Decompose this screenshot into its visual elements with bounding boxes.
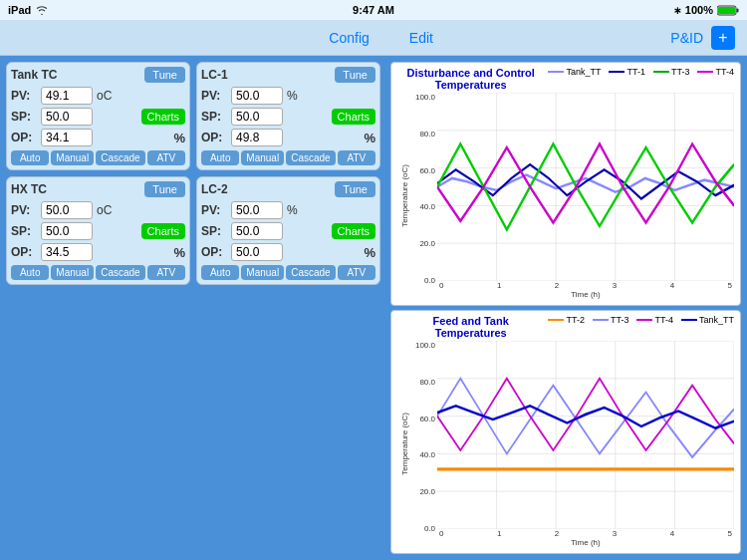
chart1-x-4: 4 [670, 281, 674, 290]
lc2-charts-button[interactable]: Charts [332, 223, 375, 239]
chart2-legend-tt2: TT-2 [566, 315, 585, 325]
top-panels-row: Tank TC Tune PV: 49.1 oC SP: 50.0 Charts… [6, 62, 384, 170]
hx-tc-pv-value: 50.0 [41, 201, 93, 219]
lc1-pv-unit: % [287, 89, 298, 103]
lc2-op-unit: % [364, 245, 375, 260]
tank-tc-atv-button[interactable]: ATV [147, 150, 185, 165]
hx-tc-auto-button[interactable]: Auto [11, 265, 49, 280]
lc2-title: LC-2 [201, 182, 228, 196]
hx-tc-title: HX TC [11, 182, 47, 196]
tank-tc-charts-button[interactable]: Charts [141, 109, 185, 125]
config-link[interactable]: Config [321, 26, 376, 50]
chart2-svg [437, 341, 734, 529]
lc1-pv-label: PV: [201, 89, 227, 103]
add-button[interactable]: + [711, 26, 735, 50]
charts-area: Disturbance and Control Temperatures Tan… [390, 62, 741, 554]
lc2-pv-value: 50.0 [231, 201, 283, 219]
chart1-x-5: 5 [728, 281, 732, 290]
chart1-legend-tt3: TT-3 [671, 67, 690, 77]
edit-link[interactable]: Edit [401, 26, 441, 50]
hx-tc-cascade-button[interactable]: Cascade [96, 265, 144, 280]
left-panels: Tank TC Tune PV: 49.1 oC SP: 50.0 Charts… [6, 62, 384, 554]
chart1-y-80: 80.0 [419, 130, 435, 139]
hx-tc-op-label: OP: [11, 245, 37, 259]
chart2-title: Feed and Tank Temperatures [397, 315, 544, 339]
lc1-auto-button[interactable]: Auto [201, 150, 239, 165]
battery-icon [717, 5, 739, 16]
tank-tc-title: Tank TC [11, 68, 57, 82]
chart1-x-3: 3 [613, 281, 617, 290]
chart2-x-3: 3 [613, 529, 617, 538]
lc2-auto-button[interactable]: Auto [201, 265, 239, 280]
chart1-x-1: 1 [497, 281, 501, 290]
lc2-pv-unit: % [287, 203, 298, 217]
lc1-sp-label: SP: [201, 110, 227, 124]
lc2-sp-value: 50.0 [231, 222, 283, 240]
hx-tc-tune-button[interactable]: Tune [144, 181, 185, 197]
hx-tc-sp-value: 50.0 [41, 222, 93, 240]
lc2-atv-button[interactable]: ATV [338, 265, 375, 280]
chart2-x-2: 2 [555, 529, 559, 538]
lc1-sp-value: 50.0 [231, 108, 283, 126]
tank-tc-op-label: OP: [11, 131, 37, 144]
lc1-op-label: OP: [201, 131, 227, 144]
chart1-legend-tt4: TT-4 [715, 67, 734, 77]
hx-tc-manual-button[interactable]: Manual [51, 265, 94, 280]
hx-tc-pv-unit: oC [97, 203, 112, 217]
tank-tc-panel: Tank TC Tune PV: 49.1 oC SP: 50.0 Charts… [6, 62, 190, 170]
chart1-y-40: 40.0 [419, 202, 435, 211]
chart2-legend-tank-tt: Tank_TT [699, 315, 734, 325]
tank-tc-cascade-button[interactable]: Cascade [96, 150, 144, 165]
tank-tc-sp-label: SP: [11, 110, 37, 124]
chart2-y-80: 80.0 [419, 378, 435, 387]
lc2-manual-button[interactable]: Manual [241, 265, 284, 280]
pid-link[interactable]: P&ID [670, 30, 703, 46]
lc1-tune-button[interactable]: Tune [335, 67, 375, 83]
svg-rect-2 [718, 7, 735, 14]
chart2-x-label: Time (h) [437, 538, 734, 547]
chart1-svg [437, 93, 734, 281]
chart1-x-2: 2 [555, 281, 559, 290]
hx-tc-pv-label: PV: [11, 203, 37, 217]
lc1-cascade-button[interactable]: Cascade [286, 150, 335, 165]
lc2-tune-button[interactable]: Tune [335, 181, 375, 197]
status-bar: iPad 9:47 AM ∗ 100% [0, 0, 747, 20]
hx-tc-op-unit: % [173, 245, 185, 260]
chart2-y-axis-label: Temperature (oC) [400, 413, 409, 475]
chart2-container: Feed and Tank Temperatures TT-2 TT-3 TT-… [390, 310, 741, 554]
tank-tc-sp-value: 50.0 [41, 108, 93, 126]
lc2-sp-label: SP: [201, 224, 227, 238]
lc2-panel: LC-2 Tune PV: 50.0 % SP: 50.0 Charts OP:… [196, 176, 380, 285]
tank-tc-pv-label: PV: [11, 89, 37, 103]
chart2-x-4: 4 [670, 529, 674, 538]
hx-tc-charts-button[interactable]: Charts [141, 223, 185, 239]
lc1-charts-button[interactable]: Charts [332, 109, 375, 125]
hx-tc-atv-button[interactable]: ATV [147, 265, 185, 280]
lc2-op-value: 50.0 [231, 243, 283, 261]
chart2-x-0: 0 [439, 529, 443, 538]
tank-tc-auto-button[interactable]: Auto [11, 150, 49, 165]
chart2-legend: TT-2 TT-3 TT-4 Tank_TT [548, 315, 734, 325]
tank-tc-manual-button[interactable]: Manual [51, 150, 94, 165]
chart2-y-40: 40.0 [419, 450, 435, 459]
chart1-legend-tank-tt: Tank_TT [566, 67, 601, 77]
tank-tc-op-value: 34.1 [41, 129, 93, 146]
lc1-panel: LC-1 Tune PV: 50.0 % SP: 50.0 Charts OP:… [196, 62, 380, 170]
nav-bar: Config Edit P&ID + [0, 20, 747, 56]
tank-tc-op-unit: % [173, 131, 185, 145]
lc2-cascade-button[interactable]: Cascade [286, 265, 335, 280]
hx-tc-op-value: 34.5 [41, 243, 93, 261]
tank-tc-pv-value: 49.1 [41, 87, 93, 105]
chart2-legend-tt4: TT-4 [654, 315, 673, 325]
bottom-panels-row: HX TC Tune PV: 50.0 oC SP: 50.0 Charts O… [6, 176, 384, 285]
tank-tc-pv-unit: oC [97, 89, 112, 103]
bluetooth-icon: ∗ [673, 5, 681, 16]
chart1-y-100: 100.0 [415, 93, 435, 102]
chart2-y-20: 20.0 [419, 487, 435, 496]
lc1-atv-button[interactable]: ATV [338, 150, 375, 165]
chart1-y-0: 0.0 [424, 276, 435, 285]
tank-tc-tune-button[interactable]: Tune [144, 67, 185, 83]
wifi-icon [35, 5, 49, 15]
lc1-manual-button[interactable]: Manual [241, 150, 284, 165]
chart2-x-1: 1 [497, 529, 501, 538]
